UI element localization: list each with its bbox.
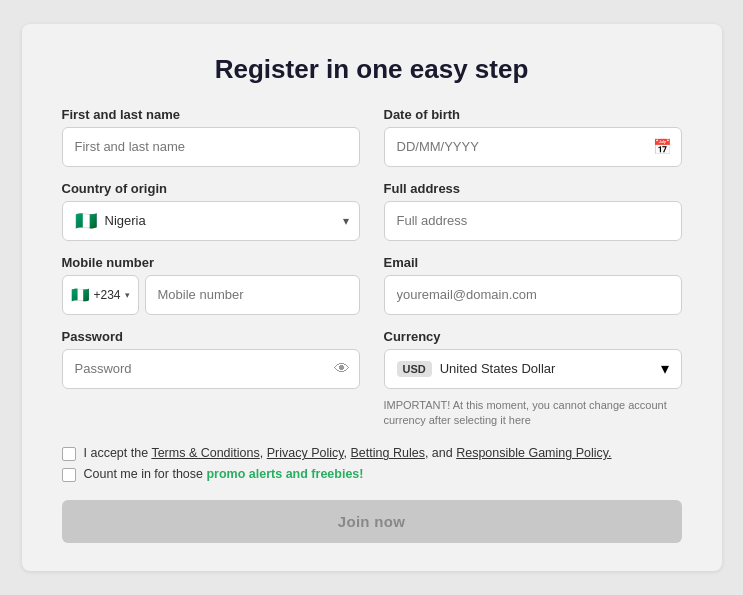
first-last-name-input[interactable] (62, 127, 360, 167)
date-of-birth-group: Date of birth 📅 (384, 107, 682, 167)
terms-link[interactable]: Terms & Conditions (151, 446, 259, 460)
mobile-number-input[interactable] (145, 275, 360, 315)
password-label: Password (62, 329, 360, 344)
join-now-button[interactable]: Join now (62, 500, 682, 543)
country-of-origin-group: Country of origin 🇳🇬 Nigeria ▾ (62, 181, 360, 241)
first-last-name-label: First and last name (62, 107, 360, 122)
country-of-origin-label: Country of origin (62, 181, 360, 196)
terms-text: I accept the Terms & Conditions, Privacy… (84, 446, 612, 460)
full-address-group: Full address (384, 181, 682, 241)
promo-checkbox[interactable] (62, 468, 76, 482)
password-group: Password 👁 (62, 329, 360, 429)
mobile-number-label: Mobile number (62, 255, 360, 270)
phone-chevron-icon: ▾ (125, 290, 130, 300)
mobile-number-group: Mobile number 🇳🇬 +234 ▾ (62, 255, 360, 315)
currency-label: Currency (384, 329, 682, 344)
first-last-name-group: First and last name (62, 107, 360, 167)
email-label: Email (384, 255, 682, 270)
privacy-link[interactable]: Privacy Policy (267, 446, 344, 460)
eye-slash-icon[interactable]: 👁 (334, 360, 350, 378)
promo-highlight: promo alerts and freebies! (206, 467, 363, 481)
responsible-gaming-link[interactable]: Responsible Gaming Policy. (456, 446, 611, 460)
terms-checkbox-row[interactable]: I accept the Terms & Conditions, Privacy… (62, 446, 682, 461)
betting-rules-link[interactable]: Betting Rules (351, 446, 425, 460)
phone-flag: 🇳🇬 (71, 287, 90, 302)
date-of-birth-label: Date of birth (384, 107, 682, 122)
page-title: Register in one easy step (62, 54, 682, 85)
country-name: Nigeria (105, 213, 347, 228)
checkboxes-section: I accept the Terms & Conditions, Privacy… (62, 446, 682, 482)
full-address-input[interactable] (384, 201, 682, 241)
mobile-row: 🇳🇬 +234 ▾ (62, 275, 360, 315)
currency-name: United States Dollar (440, 361, 653, 376)
terms-checkbox[interactable] (62, 447, 76, 461)
phone-prefix-selector[interactable]: 🇳🇬 +234 ▾ (62, 275, 139, 315)
email-group: Email (384, 255, 682, 315)
password-input[interactable] (62, 349, 360, 389)
currency-code-badge: USD (397, 361, 432, 377)
country-select[interactable]: 🇳🇬 Nigeria ▾ (62, 201, 360, 241)
currency-select[interactable]: USD United States Dollar ▾ (384, 349, 682, 389)
nigeria-flag: 🇳🇬 (75, 212, 97, 230)
currency-note: IMPORTANT! At this moment, you cannot ch… (384, 398, 682, 429)
form-grid: First and last name Date of birth 📅 Coun… (62, 107, 682, 429)
registration-card: Register in one easy step First and last… (22, 24, 722, 572)
date-of-birth-input[interactable] (384, 127, 682, 167)
full-address-label: Full address (384, 181, 682, 196)
date-input-wrapper: 📅 (384, 127, 682, 167)
currency-group: Currency USD United States Dollar ▾ IMPO… (384, 329, 682, 429)
promo-checkbox-row[interactable]: Count me in for those promo alerts and f… (62, 467, 682, 482)
phone-prefix-text: +234 (94, 288, 121, 302)
promo-text: Count me in for those promo alerts and f… (84, 467, 364, 481)
password-wrapper: 👁 (62, 349, 360, 389)
currency-chevron-icon: ▾ (661, 359, 669, 378)
email-input[interactable] (384, 275, 682, 315)
